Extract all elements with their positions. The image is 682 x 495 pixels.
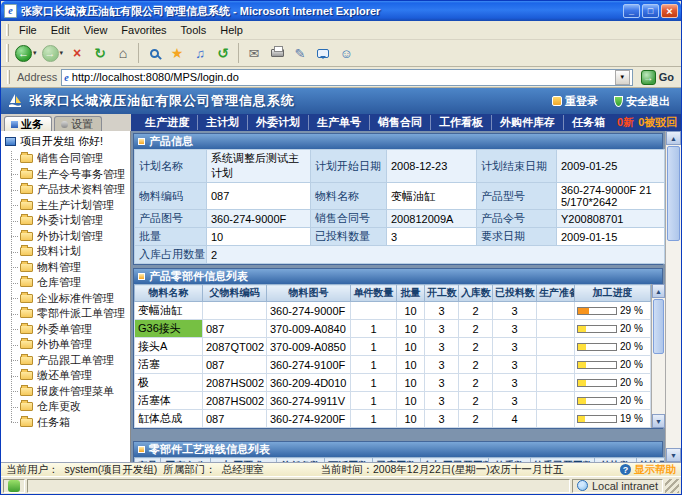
part-name[interactable]: 活塞 bbox=[135, 356, 203, 374]
relogin-button[interactable]: 重登录 bbox=[547, 94, 603, 109]
tree-item[interactable]: 销售合同管理 bbox=[4, 151, 130, 167]
nav-item-production-progress[interactable]: 生产进度 bbox=[137, 115, 197, 130]
nav-item-purchased-stock[interactable]: 外购件库存 bbox=[491, 115, 563, 130]
progress-cell: 20 % bbox=[575, 320, 651, 338]
part-name[interactable]: 活塞体 bbox=[135, 392, 203, 410]
menu-tools[interactable]: Tools bbox=[174, 22, 214, 38]
edit-button[interactable]: ✎ bbox=[289, 42, 311, 65]
part-name[interactable]: 缸体总成 bbox=[135, 410, 203, 428]
print-button[interactable] bbox=[266, 42, 288, 65]
tree-item[interactable]: 零部件派工单管理 bbox=[4, 306, 130, 322]
folder-icon bbox=[20, 263, 33, 272]
tree-item[interactable]: 主生产计划管理 bbox=[4, 198, 130, 214]
search-button[interactable] bbox=[143, 42, 165, 65]
section-icon bbox=[138, 273, 145, 280]
tab-settings[interactable]: 设置 bbox=[54, 116, 102, 131]
tree-item[interactable]: 报废件管理菜单 bbox=[4, 384, 130, 400]
app-header: 张家口长城液压油缸有限公司管理信息系统 重登录 安全退出 bbox=[1, 88, 681, 114]
forward-button[interactable]: → ▾ bbox=[40, 42, 66, 65]
show-help-link[interactable]: ? 显示帮助 bbox=[620, 463, 676, 477]
messenger-button[interactable]: ☺ bbox=[335, 42, 357, 65]
scroll-up-icon[interactable]: ▲ bbox=[652, 284, 665, 298]
nav-item-master-plan[interactable]: 主计划 bbox=[197, 115, 247, 130]
nav-item-production-order[interactable]: 生产单号 bbox=[308, 115, 369, 130]
parts-scrollbar[interactable]: ▲ ▼ bbox=[651, 284, 665, 428]
part-name-selected[interactable]: G36接头 bbox=[135, 320, 203, 338]
minimize-button[interactable]: _ bbox=[623, 4, 640, 18]
parts-list-section: 产品零部件信息列表 物料名称父物料编码物料图号单件数量批量开工数入库数已投料数生… bbox=[133, 268, 663, 429]
tree-item[interactable]: 投料计划 bbox=[4, 244, 130, 260]
tree-item[interactable]: 物料管理 bbox=[4, 260, 130, 276]
settings-tab-icon bbox=[61, 121, 68, 128]
tab-business[interactable]: 业务 bbox=[4, 116, 52, 131]
part-name[interactable]: 接头A bbox=[135, 338, 203, 356]
menu-edit[interactable]: Edit bbox=[44, 22, 77, 38]
field-label: 计划名称 bbox=[135, 150, 207, 183]
parts-row[interactable]: 活塞087360-274-9100F110323 20 % bbox=[135, 356, 651, 374]
badge-new-tasks[interactable]: 0新 bbox=[617, 115, 634, 130]
tree-item[interactable]: 外委计划管理 bbox=[4, 213, 130, 229]
refresh-button[interactable]: ↻ bbox=[89, 42, 111, 65]
maximize-button[interactable]: □ bbox=[642, 4, 659, 18]
nav-item-task-box[interactable]: 任务箱 bbox=[563, 115, 613, 130]
scroll-down-icon[interactable]: ▼ bbox=[666, 448, 681, 462]
history-button[interactable]: ↺ bbox=[212, 42, 234, 65]
parts-row[interactable]: 接头A2087QT002370-009-A0850110323 20 % bbox=[135, 338, 651, 356]
field-value: 10 bbox=[207, 228, 311, 246]
folder-icon bbox=[20, 340, 33, 349]
parts-row[interactable]: 变幅油缸360-274-9000F10323 29 % bbox=[135, 302, 651, 320]
logout-button[interactable]: 安全退出 bbox=[609, 94, 675, 109]
tree-item[interactable]: 仓库管理 bbox=[4, 275, 130, 291]
tree-item[interactable]: 企业标准件管理 bbox=[4, 291, 130, 307]
parts-row[interactable]: 活塞体2087HS002360-274-9911V110323 20 % bbox=[135, 392, 651, 410]
media-button[interactable]: ♫ bbox=[189, 42, 211, 65]
nav-item-outsource-plan[interactable]: 外委计划 bbox=[247, 115, 308, 130]
address-input[interactable]: e http://localhost:8080/MPS/login.do ▾ bbox=[61, 69, 632, 86]
part-name[interactable]: 极 bbox=[135, 374, 203, 392]
tree-item[interactable]: 产品跟工单管理 bbox=[4, 353, 130, 369]
address-label: Address bbox=[17, 71, 57, 83]
close-button[interactable]: × bbox=[661, 4, 678, 18]
menu-favorites[interactable]: Favorites bbox=[114, 22, 173, 38]
tree-item[interactable]: 产品技术资料管理 bbox=[4, 182, 130, 198]
section-title: 产品信息 bbox=[149, 134, 193, 149]
back-button[interactable]: ← ▾ bbox=[13, 42, 39, 65]
tree-item[interactable]: 仓库更改 bbox=[4, 399, 130, 415]
progress-bar bbox=[577, 379, 617, 387]
menu-view[interactable]: View bbox=[77, 22, 115, 38]
tree-item[interactable]: 任务箱 bbox=[4, 415, 130, 431]
tree-item[interactable]: 外委单管理 bbox=[4, 322, 130, 338]
stop-button[interactable]: × bbox=[66, 42, 88, 65]
field-value: 变幅油缸 bbox=[387, 183, 477, 210]
folder-icon bbox=[20, 356, 33, 365]
home-button[interactable]: ⌂ bbox=[112, 42, 134, 65]
menu-help[interactable]: Help bbox=[213, 22, 250, 38]
scroll-down-icon[interactable]: ▼ bbox=[652, 414, 665, 428]
scrollbar-thumb[interactable] bbox=[653, 299, 664, 354]
tree-item[interactable]: 生产令号事务管理 bbox=[4, 167, 130, 183]
tree-item[interactable]: 缴还单管理 bbox=[4, 368, 130, 384]
discuss-button[interactable] bbox=[312, 42, 334, 65]
parts-table: 物料名称父物料编码物料图号单件数量批量开工数入库数已投料数生产准备加工进度 变幅… bbox=[134, 284, 651, 428]
tree-item[interactable]: 外协计划管理 bbox=[4, 229, 130, 245]
mail-button[interactable]: ✉ bbox=[243, 42, 265, 65]
go-button[interactable]: → Go bbox=[637, 70, 678, 85]
tree-item[interactable]: 外协单管理 bbox=[4, 337, 130, 353]
resize-grip[interactable] bbox=[665, 479, 679, 493]
nav-item-work-board[interactable]: 工作看板 bbox=[430, 115, 491, 130]
field-label: 产品令号 bbox=[477, 210, 557, 228]
address-dropdown[interactable]: ▾ bbox=[615, 70, 630, 85]
page-scrollbar[interactable]: ▲ ▼ bbox=[665, 131, 681, 462]
parts-row[interactable]: G36接头087370-009-A0840110323 20 % bbox=[135, 320, 651, 338]
scrollbar-thumb[interactable] bbox=[667, 146, 680, 241]
nav-item-sales-contract[interactable]: 销售合同 bbox=[369, 115, 430, 130]
part-name[interactable]: 变幅油缸 bbox=[135, 302, 203, 320]
discuss-icon bbox=[317, 49, 329, 58]
parts-row[interactable]: 极2087HS002360-209-4D010110323 20 % bbox=[135, 374, 651, 392]
badge-rejected-tasks[interactable]: 0被驳回 bbox=[638, 115, 677, 130]
parts-row[interactable]: 缸体总成087360-274-9200F110324 19 % bbox=[135, 410, 651, 428]
field-value: 200812009A bbox=[387, 210, 477, 228]
menu-file[interactable]: File bbox=[12, 22, 44, 38]
scroll-up-icon[interactable]: ▲ bbox=[666, 131, 681, 145]
favorites-button[interactable]: ★ bbox=[166, 42, 188, 65]
